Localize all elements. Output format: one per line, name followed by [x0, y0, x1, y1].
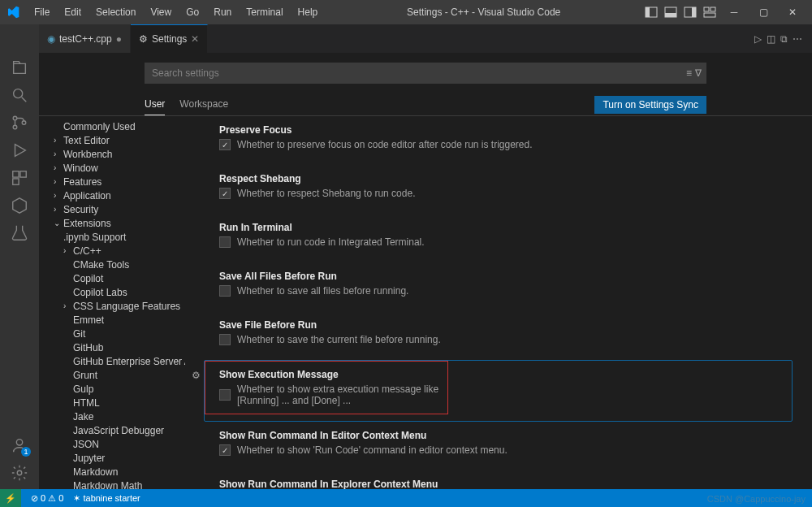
tree-item[interactable]: ›Window [50, 161, 185, 175]
checkbox[interactable] [219, 444, 231, 456]
settings-scope-workspace[interactable]: Workspace [179, 93, 228, 115]
tree-item-label: Copilot [73, 273, 103, 284]
search-activity-icon[interactable] [10, 85, 29, 105]
tree-item[interactable]: Markdown Math [50, 479, 185, 489]
checkbox[interactable] [219, 139, 231, 150]
close-window-button[interactable]: ✕ [780, 2, 806, 22]
tree-item[interactable]: ›CSS Language Features [50, 299, 185, 313]
chevron-icon[interactable]: › [54, 191, 63, 200]
tree-item[interactable]: ›C/C++ [50, 244, 185, 258]
more-actions-icon[interactable]: ⋯ [793, 33, 802, 45]
tree-item[interactable]: ›Text Editor [50, 133, 185, 147]
tree-item[interactable]: JavaScript Debugger [50, 423, 185, 437]
menu-help[interactable]: Help [292, 3, 325, 21]
svg-rect-3 [665, 13, 676, 17]
gear-icon[interactable]: ⚙ [192, 370, 201, 381]
tree-item[interactable]: Copilot Labs [50, 285, 185, 299]
setting-item: ⚙Show Execution MessageWhether to show e… [205, 361, 448, 414]
checkbox[interactable] [219, 334, 231, 345]
chevron-icon[interactable]: › [54, 177, 63, 186]
menu-selection[interactable]: Selection [89, 3, 142, 21]
tree-item[interactable]: ›Workbench [50, 147, 185, 161]
clear-search-icon[interactable]: ≡ [686, 67, 692, 79]
tree-item[interactable]: Emmet [50, 313, 185, 327]
close-icon[interactable]: ✕ [191, 33, 199, 45]
tree-item[interactable]: ⌄Extensions [50, 216, 185, 230]
tree-item[interactable]: .ipynb Support [50, 230, 185, 244]
tree-item[interactable]: HTML [50, 396, 185, 410]
toggle-primary-sidebar-icon[interactable] [645, 6, 658, 19]
checkbox[interactable] [219, 285, 231, 297]
tree-item[interactable]: Markdown [50, 465, 185, 479]
split-editor-icon[interactable]: ◫ [767, 33, 775, 45]
svg-point-18 [17, 470, 22, 475]
tree-item[interactable]: ›Application [50, 188, 185, 202]
checkbox[interactable] [219, 389, 231, 401]
tree-item[interactable]: Grunt [50, 368, 185, 382]
remote-explorer-icon[interactable] [10, 196, 29, 215]
tree-item[interactable]: GitHub Enterprise Server Authen... [50, 354, 185, 368]
chevron-icon[interactable]: › [54, 150, 63, 158]
tree-item[interactable]: Copilot [50, 271, 185, 285]
settings-toc-tree[interactable]: Commonly Used›Text Editor›Workbench›Wind… [39, 116, 185, 489]
menu-edit[interactable]: Edit [58, 3, 88, 21]
minimize-button[interactable]: ─ [721, 2, 747, 22]
chevron-icon[interactable]: › [54, 205, 63, 214]
tree-item[interactable]: GitHub [50, 340, 185, 354]
tree-item[interactable]: Gulp [50, 382, 185, 396]
tab-testcpp[interactable]: ◉ testC++.cpp ● [39, 24, 131, 53]
extensions-icon[interactable] [10, 168, 29, 188]
menu-go[interactable]: Go [179, 3, 205, 21]
menu-run[interactable]: Run [207, 3, 238, 21]
title-bar: File Edit Selection View Go Run Terminal… [0, 0, 812, 24]
setting-title: Show Execution Message [219, 369, 442, 380]
tab-dirty-icon[interactable]: ● [116, 33, 122, 45]
open-file-icon[interactable]: ⧉ [780, 33, 788, 45]
tree-item[interactable]: JSON [50, 437, 185, 451]
manage-gear-icon[interactable] [10, 463, 29, 483]
tree-item[interactable]: Commonly Used [50, 119, 185, 133]
menu-file[interactable]: File [28, 3, 56, 21]
chevron-icon[interactable]: › [54, 136, 63, 145]
setting-title: Save All Files Before Run [219, 271, 786, 282]
remote-indicator[interactable]: ⚡ [0, 489, 21, 507]
maximize-button[interactable]: ▢ [750, 2, 776, 22]
svg-rect-1 [646, 7, 650, 17]
svg-point-11 [13, 116, 17, 120]
toggle-panel-icon[interactable] [664, 6, 677, 19]
tab-settings[interactable]: ⚙ Settings ✕ [131, 24, 208, 53]
checkbox[interactable] [219, 188, 231, 199]
chevron-icon[interactable]: › [63, 301, 73, 310]
tree-item-label: Emmet [73, 314, 104, 326]
tree-item[interactable]: Jake [50, 410, 185, 423]
tree-item[interactable]: Git [50, 327, 185, 340]
testing-icon[interactable] [10, 223, 29, 243]
settings-search-input[interactable] [145, 63, 706, 84]
chevron-icon[interactable]: ⌄ [54, 219, 63, 228]
tree-item-label: Copilot Labs [73, 287, 127, 298]
tree-item[interactable]: ›Features [50, 175, 185, 188]
tree-item[interactable]: CMake Tools [50, 258, 185, 271]
accounts-icon[interactable]: 1 [10, 436, 29, 455]
accounts-badge: 1 [21, 447, 31, 457]
filter-icon[interactable]: ∇ [695, 67, 702, 79]
customize-layout-icon[interactable] [703, 6, 716, 19]
settings-list[interactable]: Preserve FocusWhether to preserve focus … [185, 116, 812, 489]
chevron-icon[interactable]: › [63, 246, 73, 255]
settings-scope-user[interactable]: User [145, 93, 165, 115]
checkbox[interactable] [219, 236, 231, 248]
run-icon[interactable]: ▷ [754, 33, 762, 45]
menu-terminal[interactable]: Terminal [240, 3, 289, 21]
explorer-icon[interactable] [10, 58, 29, 77]
turn-on-settings-sync-button[interactable]: Turn on Settings Sync [594, 96, 706, 114]
tree-item[interactable]: ›Security [50, 202, 185, 216]
tabnine-status[interactable]: ✶ tabnine starter [73, 493, 140, 504]
menu-view[interactable]: View [144, 3, 178, 21]
source-control-icon[interactable] [10, 113, 29, 132]
chevron-icon[interactable]: › [54, 163, 63, 172]
toggle-secondary-sidebar-icon[interactable] [684, 6, 697, 19]
tree-item[interactable]: Jupyter [50, 451, 185, 465]
setting-item: Respect ShebangWhether to respect Sheban… [205, 165, 793, 207]
run-debug-icon[interactable] [10, 141, 29, 160]
problems-status[interactable]: ⊘ 0 ⚠ 0 [31, 493, 63, 504]
